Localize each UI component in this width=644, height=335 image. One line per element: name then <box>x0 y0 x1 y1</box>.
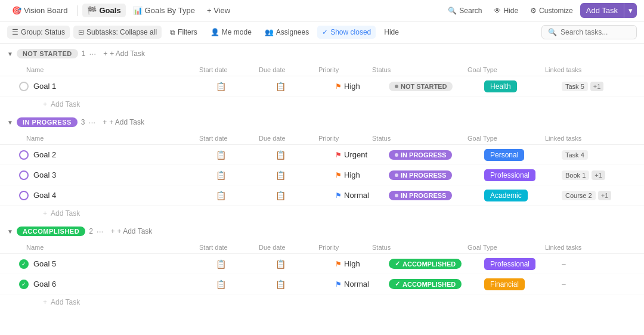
goal-6-due-date[interactable]: 📋 <box>273 280 333 289</box>
goal-5-status-circle[interactable]: ✓ <box>19 259 29 269</box>
goal-2-goal-type[interactable]: Personal <box>482 149 559 161</box>
goal-2-due-date[interactable]: 📋 <box>273 150 333 160</box>
status-dot <box>395 153 398 157</box>
goal-6-name: Goal 6 <box>33 280 56 289</box>
add-task-row-accomplished[interactable]: + Add Task <box>0 294 644 310</box>
hide-nav-icon: 👁 <box>494 7 501 15</box>
goal-5-goal-type[interactable]: Professional <box>482 258 559 270</box>
goal-5-start-date[interactable]: 📋 <box>213 259 273 269</box>
add-task-nav-button[interactable]: Add Task ▾ <box>580 3 637 18</box>
customize-nav-button[interactable]: ⚙ Customize <box>525 4 578 17</box>
section-header-accomplished[interactable]: ▼ ACCOMPLISHED 2 ··· + + Add Task <box>0 221 644 241</box>
section-header-not-started[interactable]: ▼ NOT STARTED 1 ··· + + Add Task <box>0 44 644 64</box>
goal-4-goal-type[interactable]: Academic <box>482 190 559 201</box>
start-date-icon-6: 📋 <box>216 280 226 289</box>
goal-4-status[interactable]: IN PROGRESS <box>386 191 482 200</box>
goal-6-goal-type[interactable]: Financial <box>482 278 559 290</box>
goal-4-priority[interactable]: ⚑ Normal <box>333 191 386 200</box>
goal-5-due-date[interactable]: 📋 <box>273 259 333 269</box>
goal-4-linked-tasks: Course 2 +1 <box>559 191 637 200</box>
goal-6-priority[interactable]: ⚑ Normal <box>333 280 386 289</box>
section-badge-not-started: NOT STARTED <box>17 49 78 58</box>
goal-6-start-date[interactable]: 📋 <box>213 280 273 289</box>
start-date-icon: 📋 <box>216 82 226 91</box>
goal-4-start-date[interactable]: 📋 <box>213 191 273 200</box>
goal-6-status[interactable]: ✓ ACCOMPLISHED <box>386 279 482 289</box>
goal-3-priority[interactable]: ⚑ High <box>333 170 386 179</box>
goal-3-type-badge: Professional <box>484 169 535 181</box>
add-task-row-in-progress[interactable]: + Add Task <box>0 206 644 221</box>
goal-3-status-badge: IN PROGRESS <box>389 170 452 180</box>
goal-2-status[interactable]: IN PROGRESS <box>386 150 482 160</box>
section-dots-in-progress[interactable]: ··· <box>89 117 96 127</box>
goal-5-name-cell: ✓ Goal 5 <box>7 259 213 269</box>
more-linked-tag[interactable]: +1 <box>590 82 604 91</box>
goal-3-goal-type[interactable]: Professional <box>482 169 559 181</box>
goal-2-status-circle[interactable] <box>19 150 29 160</box>
due-date-icon-2: 📋 <box>275 150 286 160</box>
me-mode-button[interactable]: 👤 Me mode <box>206 26 256 39</box>
goal-3-status-circle[interactable] <box>19 170 29 180</box>
goal-2-priority[interactable]: ⚑ Urgent <box>333 150 386 159</box>
search-nav-button[interactable]: 🔍 Search <box>443 4 487 17</box>
goal-6-status-circle[interactable]: ✓ <box>19 280 29 289</box>
goal-1-name-cell: Goal 1 <box>7 82 213 91</box>
goal-1-due-date[interactable]: 📋 <box>273 82 333 91</box>
filters-button[interactable]: ⧉ Filters <box>165 26 202 39</box>
goal-2-start-date[interactable]: 📋 <box>213 150 273 160</box>
linked-tag-3[interactable]: Book 1 <box>562 170 589 180</box>
more-linked-tag-4[interactable]: +1 <box>598 191 612 200</box>
col-status: Status <box>370 66 465 73</box>
add-task-dropdown-arrow[interactable]: ▾ <box>624 3 637 18</box>
goal-5-priority[interactable]: ⚑ High <box>333 259 386 268</box>
linked-tag-2[interactable]: Task 4 <box>562 150 588 160</box>
goal-1-start-date[interactable]: 📋 <box>213 82 273 91</box>
linked-tag-4[interactable]: Course 2 <box>562 191 596 200</box>
group-status-button[interactable]: ☰ Group: Status <box>7 26 70 39</box>
nav-goals-by-type[interactable]: 📊 Goals By Type <box>128 4 200 17</box>
priority-flag-high: ⚑ <box>335 82 342 91</box>
section-dots-not-started[interactable]: ··· <box>89 49 97 58</box>
subtasks-button[interactable]: ⊟ Subtasks: Collapse all <box>73 26 162 39</box>
goal-3-priority-label: High <box>344 170 360 179</box>
more-linked-tag-3[interactable]: +1 <box>592 170 605 180</box>
goal-1-priority[interactable]: ⚑ High <box>333 82 386 91</box>
nav-view[interactable]: + View <box>202 4 235 17</box>
start-date-icon-2: 📋 <box>216 150 226 160</box>
table-row: Goal 3 📋 📋 ⚑ High IN PROGRESS Profession… <box>0 165 644 185</box>
section-dots-accomplished[interactable]: ··· <box>97 227 104 236</box>
vision-board-icon: 🎯 <box>12 6 21 15</box>
search-tasks-box[interactable]: 🔍 <box>541 25 637 39</box>
assignees-button[interactable]: 👥 Assignees <box>260 26 314 39</box>
goal-6-linked-tasks: – <box>559 280 637 289</box>
goal-1-goal-type[interactable]: Health <box>482 80 559 92</box>
add-task-row-not-started[interactable]: + Add Task <box>0 97 644 112</box>
goal-1-status-circle[interactable] <box>19 82 29 91</box>
section-header-in-progress[interactable]: ▼ IN PROGRESS 3 ··· + + Add Task <box>0 112 644 132</box>
goal-3-status[interactable]: IN PROGRESS <box>386 170 482 180</box>
table-row: Goal 2 📋 📋 ⚑ Urgent IN PROGRESS Personal <box>0 145 644 165</box>
goal-4-name: Goal 4 <box>33 191 56 200</box>
goal-1-status-badge: NOT STARTED <box>389 82 453 91</box>
add-task-accomplished[interactable]: + + Add Task <box>107 226 156 237</box>
goal-3-due-date[interactable]: 📋 <box>273 170 333 180</box>
due-date-icon-3: 📋 <box>275 170 286 180</box>
search-tasks-input[interactable] <box>561 28 630 36</box>
linked-tag[interactable]: Task 5 <box>562 82 588 91</box>
check-icon-6: ✓ <box>395 280 400 288</box>
goal-4-due-date[interactable]: 📋 <box>273 191 333 200</box>
nav-goals[interactable]: 🏁 Goals <box>82 4 125 17</box>
assignees-icon: 👥 <box>265 28 274 36</box>
goal-1-status[interactable]: NOT STARTED <box>386 82 482 91</box>
due-date-icon-5: 📋 <box>275 259 286 269</box>
col-headers-in-progress: Name Start date Due date Priority Status… <box>0 132 644 145</box>
hide-nav-button[interactable]: 👁 Hide <box>489 4 523 17</box>
goal-5-status[interactable]: ✓ ACCOMPLISHED <box>386 259 482 269</box>
goal-3-start-date[interactable]: 📋 <box>213 170 273 180</box>
show-closed-button[interactable]: ✓ Show closed <box>317 26 376 39</box>
add-task-not-started[interactable]: + + Add Task <box>100 48 148 59</box>
goal-4-status-circle[interactable] <box>19 191 29 200</box>
add-task-in-progress[interactable]: + + Add Task <box>99 117 148 128</box>
nav-vision-board[interactable]: 🎯 Vision Board <box>7 4 72 17</box>
hide-toolbar-button[interactable]: Hide <box>379 26 404 39</box>
